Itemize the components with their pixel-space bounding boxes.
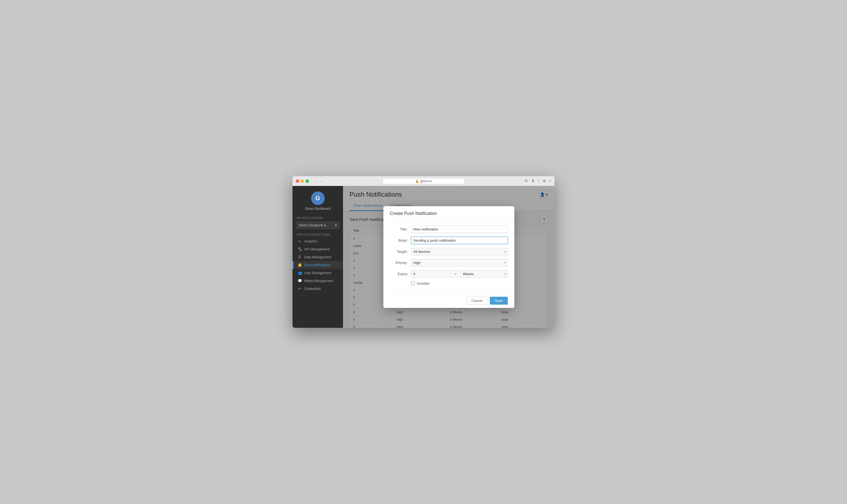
sidebar-item-user-management[interactable]: 👥 User Management (293, 269, 343, 277)
invisible-checkbox[interactable] (411, 282, 415, 285)
wrench-icon: 🔧 (298, 247, 301, 251)
tabs-icon[interactable]: ⧉ (543, 179, 546, 183)
invisible-checkbox-row: Invisible (411, 282, 508, 286)
save-button[interactable]: Save (490, 297, 508, 305)
modal-footer: Cancel Save (383, 293, 514, 308)
sidebar-item-label: User Management (304, 271, 331, 275)
sidebar: G Gluon Dashboard MY APPLICATIONS Gluon … (293, 186, 343, 328)
modal-overlay: Create Push Notification Title: Body: (343, 186, 554, 328)
invisible-label[interactable]: Invisible (417, 282, 430, 286)
download-icon[interactable]: ⬇ (531, 179, 534, 183)
credentials-icon: ✏ (298, 287, 301, 291)
app-actions-label: APPLICATION ACTIONS (293, 231, 343, 237)
expiry-label: Expiry (390, 270, 408, 276)
target-select-wrapper: All devices iOS Android ▾ (411, 248, 508, 255)
modal-header: Create Push Notification (383, 206, 514, 220)
close-button[interactable] (296, 179, 299, 183)
expiry-unit-wrapper: Days Weeks Months ▾ (460, 270, 508, 277)
url-text: gluon.io (420, 179, 432, 183)
my-apps-label: MY APPLICATIONS (293, 214, 343, 221)
lock-icon: 🔒 (415, 179, 419, 183)
sidebar-logo: G Gluon Dashboard (293, 186, 343, 214)
forward-button[interactable]: › (319, 178, 324, 184)
body-input[interactable] (411, 237, 508, 244)
title-input[interactable] (411, 226, 508, 233)
chevron-down-icon: ▾ (335, 223, 337, 227)
refresh-icon[interactable]: ↻ (525, 179, 528, 183)
priority-select-wrapper: High Normal Low ▾ (411, 259, 508, 267)
expiry-number-select[interactable]: 1 2 3 4 5 (411, 270, 458, 277)
sidebar-item-label: Data Management (304, 255, 331, 259)
maximize-button[interactable] (306, 179, 309, 183)
priority-select[interactable]: High Normal Low (411, 259, 508, 267)
bell-icon: 🔔 (298, 263, 301, 267)
sidebar-item-data-management[interactable]: ☰ Data Management (293, 253, 343, 261)
share-icon[interactable]: ↑ (538, 179, 540, 183)
body-form-row: Body: (390, 237, 508, 244)
media-icon: 💬 (298, 279, 301, 283)
browser-titlebar: ‹ › 🔒 gluon.io ↻ ⬇ ↑ ⧉ + (293, 176, 554, 186)
logo-circle: G (311, 192, 325, 205)
users-icon: 👥 (298, 271, 301, 275)
traffic-lights (296, 179, 309, 183)
sidebar-brand: Gluon Dashboard (305, 207, 331, 211)
sidebar-item-label: Analytics (304, 239, 317, 243)
browser-window: ‹ › 🔒 gluon.io ↻ ⬇ ↑ ⧉ + G Gluon Dashboa… (293, 176, 554, 328)
create-notification-modal: Create Push Notification Title: Body: (383, 206, 514, 308)
nav-buttons: ‹ › (312, 178, 324, 184)
address-bar[interactable]: 🔒 gluon.io (383, 178, 464, 184)
sidebar-item-label: Push Notifications (304, 263, 331, 267)
cancel-button[interactable]: Cancel (466, 297, 487, 305)
sidebar-item-push-notifications[interactable]: 🔔 Push Notifications (293, 261, 343, 269)
back-button[interactable]: ‹ (312, 178, 318, 184)
database-icon: ☰ (298, 255, 301, 259)
target-form-row: Target: All devices iOS Android ▾ (390, 248, 508, 255)
expiry-form-row: Expiry 1 2 3 4 5 (390, 270, 508, 277)
analytics-icon: ∿ (298, 239, 301, 243)
sidebar-item-media-management[interactable]: 💬 Media Management (293, 277, 343, 285)
sidebar-item-label: Media Management (304, 279, 333, 283)
expiry-number-wrapper: 1 2 3 4 5 ▾ (411, 270, 458, 277)
priority-label: Priority: (390, 259, 408, 265)
browser-toolbar: ↻ ⬇ ↑ ⧉ + (525, 179, 551, 183)
main-content: Push Notifications 👤 ▾ Push Notification… (343, 186, 554, 328)
target-label: Target: (390, 248, 408, 254)
app-selector[interactable]: Gluon CloudLink A... ▾ (296, 222, 340, 229)
modal-body: Title: Body: Target: (383, 220, 514, 293)
title-label: Title: (390, 226, 408, 231)
sidebar-item-credentials[interactable]: ✏ Credentials (293, 285, 343, 293)
plus-icon[interactable]: + (549, 179, 551, 183)
sidebar-item-label: API Management (304, 247, 330, 251)
sidebar-item-api-management[interactable]: 🔧 API Management (293, 245, 343, 253)
modal-title: Create Push Notification (390, 211, 508, 216)
sidebar-item-analytics[interactable]: ∿ Analytics (293, 237, 343, 245)
expiry-unit-select[interactable]: Days Weeks Months (460, 270, 508, 277)
minimize-button[interactable] (301, 179, 304, 183)
priority-form-row: Priority: High Normal Low ▾ (390, 259, 508, 267)
target-select[interactable]: All devices iOS Android (411, 248, 508, 255)
body-label: Body: (390, 237, 408, 242)
title-form-row: Title: (390, 226, 508, 233)
expiry-controls: 1 2 3 4 5 ▾ (411, 270, 508, 277)
app-selector-label: Gluon CloudLink A... (299, 223, 329, 227)
app-container: G Gluon Dashboard MY APPLICATIONS Gluon … (293, 186, 554, 328)
sidebar-item-label: Credentials (304, 287, 321, 291)
